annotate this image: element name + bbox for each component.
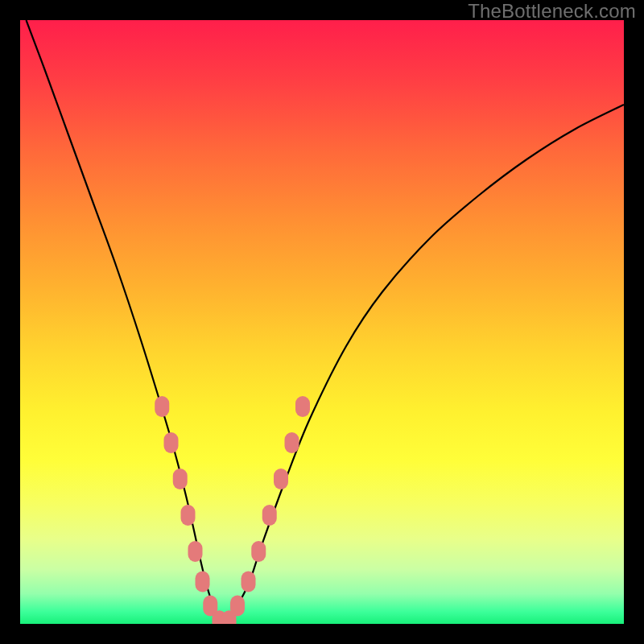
- curve-marker: [251, 541, 266, 562]
- curve-marker: [181, 505, 196, 526]
- chart-frame: TheBottleneck.com: [0, 0, 644, 644]
- watermark-text: TheBottleneck.com: [468, 0, 636, 23]
- curve-marker: [285, 432, 299, 453]
- curve-marker: [155, 396, 169, 417]
- marker-layer: [155, 396, 310, 624]
- curve-layer: [27, 20, 625, 621]
- curve-marker: [173, 469, 188, 489]
- curve-marker: [242, 572, 256, 592]
- curve-marker: [295, 396, 310, 417]
- curve-marker: [164, 432, 179, 453]
- curve-marker: [196, 572, 210, 592]
- curve-marker: [230, 596, 245, 617]
- plot-svg: [20, 20, 624, 624]
- curve-marker: [188, 541, 203, 562]
- bottleneck-curve: [27, 20, 625, 621]
- curve-marker: [262, 505, 277, 526]
- curve-marker: [274, 469, 288, 489]
